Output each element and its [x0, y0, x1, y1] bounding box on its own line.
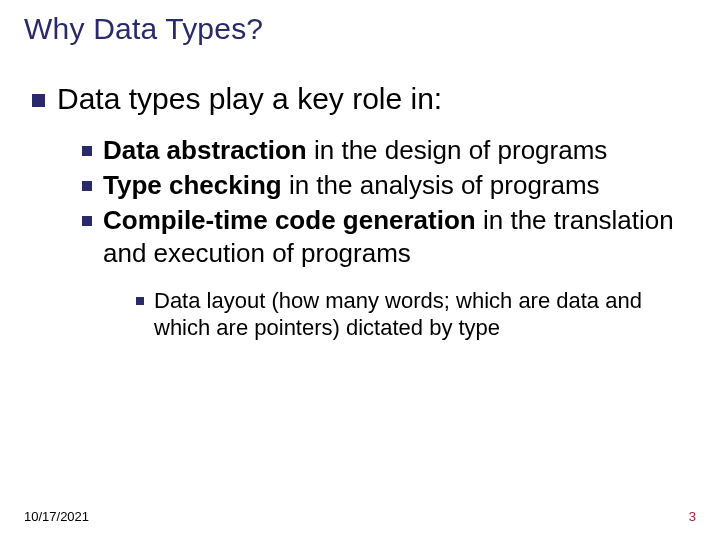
slide-title: Why Data Types? — [24, 12, 696, 46]
level1-text: Data types play a key role in: — [57, 80, 442, 118]
bullet-level2: Type checking in the analysis of program… — [82, 169, 696, 202]
level2-text: Type checking in the analysis of program… — [103, 169, 600, 202]
level2-rest: in the design of programs — [307, 135, 608, 165]
bullet-level1: Data types play a key role in: — [32, 80, 696, 118]
bullet-level2: Compile-time code generation in the tran… — [82, 204, 696, 271]
footer-date: 10/17/2021 — [24, 509, 89, 524]
level2-bold: Compile-time code generation — [103, 205, 476, 235]
square-bullet-icon — [82, 216, 92, 226]
square-bullet-icon — [32, 94, 45, 107]
level3-text: Data layout (how many words; which are d… — [154, 287, 696, 342]
square-bullet-icon — [136, 297, 144, 305]
level3-group: Data layout (how many words; which are d… — [136, 287, 696, 342]
footer-page-number: 3 — [689, 509, 696, 524]
bullet-level3: Data layout (how many words; which are d… — [136, 287, 696, 342]
square-bullet-icon — [82, 146, 92, 156]
square-bullet-icon — [82, 181, 92, 191]
bullet-level2: Data abstraction in the design of progra… — [82, 134, 696, 167]
slide: Why Data Types? Data types play a key ro… — [0, 0, 720, 540]
level2-text: Compile-time code generation in the tran… — [103, 204, 696, 271]
level2-bold: Data abstraction — [103, 135, 307, 165]
level2-bold: Type checking — [103, 170, 282, 200]
level2-rest: in the analysis of programs — [282, 170, 600, 200]
level2-text: Data abstraction in the design of progra… — [103, 134, 607, 167]
level2-group: Data abstraction in the design of progra… — [82, 134, 696, 271]
